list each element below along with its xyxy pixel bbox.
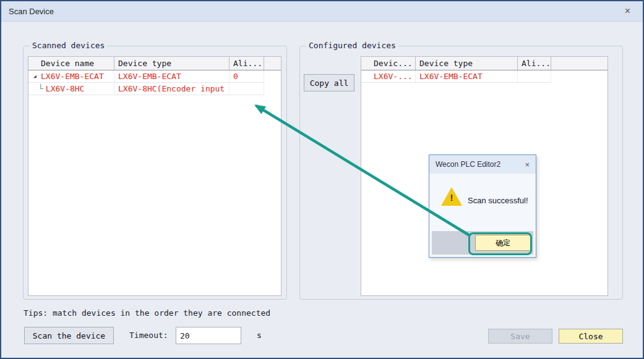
column-header-device-type[interactable]: Device type [416, 57, 518, 70]
configured-table-header: Devic... Device type Ali... [361, 57, 608, 70]
message-box-close-icon[interactable]: × [525, 161, 530, 169]
device-type: LX6V-EMB-ECAT [416, 70, 518, 83]
tips-text: Tips: match devices in the order they ar… [24, 308, 270, 318]
device-name: LX6V-8HC [46, 84, 85, 93]
timeout-unit-label: s [257, 331, 262, 340]
copy-all-button[interactable]: Copy all [304, 74, 354, 91]
device-name: LX6V-EMB-ECAT [41, 72, 104, 81]
timeout-input[interactable] [176, 327, 241, 344]
scanned-devices-table[interactable]: Device name Device type Ali... ◢ LX6V-EM… [28, 56, 281, 296]
device-type: LX6V-EMB-ECAT [114, 70, 230, 83]
message-box-footer: 确定 [432, 231, 533, 255]
column-header-device-name[interactable]: Device name [28, 57, 114, 70]
device-name: LX6V-... [361, 70, 416, 83]
scanned-table-header: Device name Device type Ali... [28, 57, 281, 70]
table-row[interactable]: LX6V-... LX6V-EMB-ECAT [361, 70, 608, 83]
scanned-devices-groupbox: Scanned devices Device name Device type … [23, 46, 287, 300]
column-header-alias[interactable]: Ali... [230, 57, 264, 70]
device-alias [518, 70, 551, 83]
save-button[interactable]: Save [488, 329, 552, 344]
table-row[interactable]: ◢ LX6V-EMB-ECAT LX6V-EMB-ECAT 0 [28, 70, 281, 83]
device-alias: 0 [230, 70, 264, 83]
device-alias [230, 83, 264, 95]
tree-branch-icon: └ [38, 84, 43, 93]
message-box-body: ! Scan successful! [429, 174, 536, 231]
tree-expanded-icon[interactable]: ◢ [33, 74, 41, 79]
message-text: Scan successful! [468, 196, 528, 205]
scan-device-button[interactable]: Scan the device [24, 327, 114, 344]
timeout-label: Timeout: [129, 331, 168, 340]
dialog-titlebar: Scan Device × [1, 1, 643, 22]
ok-button[interactable]: 确定 [475, 235, 531, 251]
warning-icon-exclamation: ! [450, 192, 453, 203]
close-icon[interactable]: × [620, 6, 635, 16]
scanned-devices-legend: Scanned devices [30, 41, 107, 50]
device-type: LX6V-8HC(Encoder input mod [114, 83, 230, 95]
message-box-titlebar: Wecon PLC Editor2 × [429, 155, 536, 174]
message-box-title: Wecon PLC Editor2 [436, 160, 500, 169]
close-button[interactable]: Close [559, 329, 623, 344]
column-header-alias[interactable]: Ali... [518, 57, 551, 70]
scan-device-dialog: Scan Device × Scanned devices Device nam… [0, 0, 644, 359]
column-header-device-name[interactable]: Devic... [361, 57, 416, 70]
table-row[interactable]: └ LX6V-8HC LX6V-8HC(Encoder input mod [28, 83, 281, 95]
column-header-device-type[interactable]: Device type [114, 57, 230, 70]
message-box: Wecon PLC Editor2 × ! Scan successful! 确… [429, 154, 536, 258]
configured-devices-legend: Configured devices [306, 41, 398, 50]
dialog-title: Scan Device [9, 7, 54, 16]
